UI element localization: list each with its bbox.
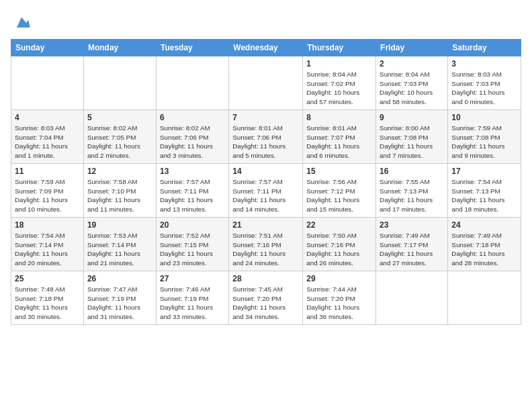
calendar-week-row: 1Sunrise: 8:04 AM Sunset: 7:02 PM Daylig… <box>11 56 521 110</box>
day-number: 15 <box>306 167 372 176</box>
day-info: Sunrise: 7:46 AM Sunset: 7:19 PM Dayligh… <box>160 285 225 322</box>
day-number: 21 <box>232 220 299 230</box>
day-info: Sunrise: 7:53 AM Sunset: 7:14 PM Dayligh… <box>87 231 152 268</box>
calendar-week-row: 25Sunrise: 7:48 AM Sunset: 7:18 PM Dayli… <box>11 271 521 325</box>
day-number: 8 <box>306 113 372 122</box>
logo-icon <box>12 13 31 32</box>
day-number: 17 <box>451 167 517 176</box>
calendar-cell <box>156 56 228 110</box>
svg-marker-0 <box>17 17 30 28</box>
calendar-cell: 2Sunrise: 8:04 AM Sunset: 7:03 PM Daylig… <box>376 56 448 110</box>
calendar-cell: 7Sunrise: 8:01 AM Sunset: 7:06 PM Daylig… <box>229 110 303 164</box>
calendar-week-row: 11Sunrise: 7:59 AM Sunset: 7:09 PM Dayli… <box>11 164 521 218</box>
day-number: 9 <box>380 113 444 122</box>
header <box>11 11 521 32</box>
calendar-cell: 14Sunrise: 7:57 AM Sunset: 7:11 PM Dayli… <box>229 164 303 218</box>
calendar-cell: 12Sunrise: 7:58 AM Sunset: 7:10 PM Dayli… <box>83 164 156 218</box>
day-number: 28 <box>232 274 299 283</box>
calendar-cell: 22Sunrise: 7:50 AM Sunset: 7:16 PM Dayli… <box>303 218 376 271</box>
day-number: 11 <box>15 167 80 176</box>
calendar-cell <box>376 271 448 325</box>
day-info: Sunrise: 8:04 AM Sunset: 7:03 PM Dayligh… <box>380 70 444 107</box>
calendar-cell: 21Sunrise: 7:51 AM Sunset: 7:16 PM Dayli… <box>229 218 303 271</box>
day-number: 23 <box>380 220 444 230</box>
calendar-cell: 3Sunrise: 8:03 AM Sunset: 7:03 PM Daylig… <box>448 56 521 110</box>
weekday-header-cell: Thursday <box>303 40 376 56</box>
day-number: 20 <box>160 220 225 230</box>
logo <box>11 13 31 32</box>
day-info: Sunrise: 7:49 AM Sunset: 7:18 PM Dayligh… <box>451 231 517 268</box>
calendar-cell: 1Sunrise: 8:04 AM Sunset: 7:02 PM Daylig… <box>303 56 376 110</box>
day-number: 14 <box>232 167 299 176</box>
calendar-cell: 10Sunrise: 7:59 AM Sunset: 7:08 PM Dayli… <box>448 110 521 164</box>
day-number: 29 <box>306 274 372 283</box>
calendar-cell <box>448 271 521 325</box>
calendar-cell: 5Sunrise: 8:02 AM Sunset: 7:05 PM Daylig… <box>83 110 156 164</box>
day-number: 25 <box>15 274 80 283</box>
day-number: 7 <box>232 113 299 122</box>
calendar-week-row: 4Sunrise: 8:03 AM Sunset: 7:04 PM Daylig… <box>11 110 521 164</box>
day-info: Sunrise: 8:03 AM Sunset: 7:04 PM Dayligh… <box>15 124 80 161</box>
calendar-week-row: 18Sunrise: 7:54 AM Sunset: 7:14 PM Dayli… <box>11 218 521 271</box>
calendar-cell: 15Sunrise: 7:56 AM Sunset: 7:12 PM Dayli… <box>303 164 376 218</box>
calendar-cell: 23Sunrise: 7:49 AM Sunset: 7:17 PM Dayli… <box>376 218 448 271</box>
calendar-cell: 4Sunrise: 8:03 AM Sunset: 7:04 PM Daylig… <box>11 110 84 164</box>
calendar: SundayMondayTuesdayWednesdayThursdayFrid… <box>11 39 521 325</box>
day-number: 26 <box>87 274 152 283</box>
calendar-cell: 24Sunrise: 7:49 AM Sunset: 7:18 PM Dayli… <box>448 218 521 271</box>
day-number: 10 <box>451 113 517 122</box>
calendar-cell: 13Sunrise: 7:57 AM Sunset: 7:11 PM Dayli… <box>156 164 228 218</box>
day-info: Sunrise: 7:50 AM Sunset: 7:16 PM Dayligh… <box>306 231 372 268</box>
calendar-cell: 18Sunrise: 7:54 AM Sunset: 7:14 PM Dayli… <box>11 218 84 271</box>
calendar-cell: 6Sunrise: 8:02 AM Sunset: 7:06 PM Daylig… <box>156 110 228 164</box>
calendar-cell: 29Sunrise: 7:44 AM Sunset: 7:20 PM Dayli… <box>303 271 376 325</box>
day-number: 6 <box>160 113 225 122</box>
day-info: Sunrise: 7:55 AM Sunset: 7:13 PM Dayligh… <box>380 177 444 214</box>
day-info: Sunrise: 7:57 AM Sunset: 7:11 PM Dayligh… <box>232 177 299 214</box>
day-number: 13 <box>160 167 225 176</box>
day-info: Sunrise: 8:01 AM Sunset: 7:07 PM Dayligh… <box>306 124 372 161</box>
day-number: 4 <box>15 113 80 122</box>
calendar-cell <box>11 56 84 110</box>
day-info: Sunrise: 7:54 AM Sunset: 7:13 PM Dayligh… <box>451 177 517 214</box>
weekday-header-cell: Friday <box>376 40 448 56</box>
calendar-cell: 28Sunrise: 7:45 AM Sunset: 7:20 PM Dayli… <box>229 271 303 325</box>
calendar-cell: 17Sunrise: 7:54 AM Sunset: 7:13 PM Dayli… <box>448 164 521 218</box>
day-info: Sunrise: 7:44 AM Sunset: 7:20 PM Dayligh… <box>306 285 372 322</box>
day-info: Sunrise: 7:52 AM Sunset: 7:15 PM Dayligh… <box>160 231 225 268</box>
day-number: 12 <box>87 167 152 176</box>
day-info: Sunrise: 7:51 AM Sunset: 7:16 PM Dayligh… <box>232 231 299 268</box>
day-number: 24 <box>451 220 517 230</box>
day-info: Sunrise: 8:02 AM Sunset: 7:06 PM Dayligh… <box>160 124 225 161</box>
day-info: Sunrise: 7:57 AM Sunset: 7:11 PM Dayligh… <box>160 177 225 214</box>
day-number: 18 <box>15 220 80 230</box>
weekday-header-cell: Sunday <box>11 40 84 56</box>
calendar-cell: 27Sunrise: 7:46 AM Sunset: 7:19 PM Dayli… <box>156 271 228 325</box>
day-info: Sunrise: 7:49 AM Sunset: 7:17 PM Dayligh… <box>380 231 444 268</box>
calendar-cell: 16Sunrise: 7:55 AM Sunset: 7:13 PM Dayli… <box>376 164 448 218</box>
weekday-header-cell: Monday <box>83 40 156 56</box>
calendar-cell: 19Sunrise: 7:53 AM Sunset: 7:14 PM Dayli… <box>83 218 156 271</box>
day-number: 27 <box>160 274 225 283</box>
day-number: 1 <box>306 59 372 68</box>
day-number: 2 <box>380 59 444 68</box>
day-info: Sunrise: 7:54 AM Sunset: 7:14 PM Dayligh… <box>15 231 80 268</box>
day-info: Sunrise: 8:04 AM Sunset: 7:02 PM Dayligh… <box>306 70 372 107</box>
day-number: 22 <box>306 220 372 230</box>
day-info: Sunrise: 7:58 AM Sunset: 7:10 PM Dayligh… <box>87 177 152 214</box>
day-number: 16 <box>380 167 444 176</box>
calendar-cell: 25Sunrise: 7:48 AM Sunset: 7:18 PM Dayli… <box>11 271 84 325</box>
day-info: Sunrise: 7:47 AM Sunset: 7:19 PM Dayligh… <box>87 285 152 322</box>
day-info: Sunrise: 8:03 AM Sunset: 7:03 PM Dayligh… <box>451 70 517 107</box>
day-number: 5 <box>87 113 152 122</box>
day-info: Sunrise: 7:56 AM Sunset: 7:12 PM Dayligh… <box>306 177 372 214</box>
day-info: Sunrise: 7:45 AM Sunset: 7:20 PM Dayligh… <box>232 285 299 322</box>
page-container: SundayMondayTuesdayWednesdayThursdayFrid… <box>0 0 532 330</box>
calendar-cell: 11Sunrise: 7:59 AM Sunset: 7:09 PM Dayli… <box>11 164 84 218</box>
calendar-cell: 20Sunrise: 7:52 AM Sunset: 7:15 PM Dayli… <box>156 218 228 271</box>
calendar-cell: 26Sunrise: 7:47 AM Sunset: 7:19 PM Dayli… <box>83 271 156 325</box>
day-info: Sunrise: 7:48 AM Sunset: 7:18 PM Dayligh… <box>15 285 80 322</box>
day-number: 19 <box>87 220 152 230</box>
weekday-header-cell: Saturday <box>448 40 521 56</box>
day-info: Sunrise: 8:02 AM Sunset: 7:05 PM Dayligh… <box>87 124 152 161</box>
